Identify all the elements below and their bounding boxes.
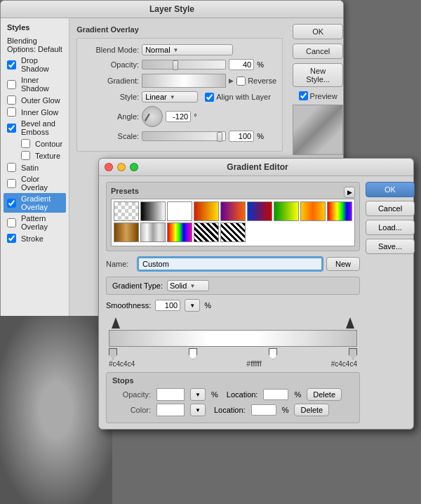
opacity-stop-dropdown[interactable]: ▼ [190, 388, 206, 401]
preset-yellow-orange[interactable] [300, 201, 326, 221]
bevel-emboss-checkbox[interactable] [7, 124, 16, 133]
color-stop-left[interactable] [109, 348, 117, 359]
gradient-type-dropdown[interactable]: Solid ▼ [167, 280, 209, 291]
sidebar-item-stroke[interactable]: Stroke [4, 232, 66, 244]
smoothness-unit: % [204, 301, 211, 310]
minimize-button[interactable] [117, 163, 126, 171]
gradient-bar[interactable] [109, 330, 357, 347]
close-button[interactable] [105, 163, 113, 171]
preset-stripes-bw[interactable] [220, 223, 246, 242]
color-stop-right[interactable] [349, 348, 357, 359]
cancel-button[interactable]: Cancel [293, 44, 343, 59]
align-label: Align with Layer [205, 93, 271, 102]
opacity-stop-row: Opacity: ▼ % Location: % Delete [112, 388, 354, 401]
inner-glow-checkbox[interactable] [7, 107, 16, 117]
ge-load-button[interactable]: Load... [366, 220, 415, 235]
ok-button[interactable]: OK [293, 24, 343, 39]
smoothness-input[interactable] [155, 300, 180, 311]
outer-glow-checkbox[interactable] [7, 95, 16, 105]
name-input[interactable] [138, 258, 322, 270]
color-delete-button[interactable]: Delete [294, 404, 329, 416]
color-overlay-checkbox[interactable] [7, 179, 16, 188]
stroke-checkbox[interactable] [7, 234, 16, 243]
align-checkbox[interactable] [205, 93, 214, 102]
gradient-overlay-checkbox[interactable] [7, 199, 16, 208]
new-gradient-button[interactable]: New [326, 257, 360, 271]
contour-checkbox[interactable] [21, 139, 30, 148]
ge-save-button[interactable]: Save... [366, 239, 415, 254]
sidebar-item-inner-shadow[interactable]: Inner Shadow [4, 74, 66, 94]
preset-violet-orange[interactable] [220, 201, 246, 221]
location-label2: Location: [214, 406, 246, 414]
sidebar-item-inner-glow[interactable]: Inner Glow [4, 106, 66, 118]
preset-bw[interactable] [140, 201, 166, 221]
preset-rainbow[interactable] [327, 201, 352, 221]
sidebar-item-satin[interactable]: Satin [4, 161, 66, 173]
preset-rainbow2[interactable] [167, 223, 192, 242]
sidebar-item-outer-glow[interactable]: Outer Glow [4, 94, 66, 106]
preset-chrome[interactable] [140, 223, 166, 242]
preset-white-transparent[interactable] [167, 201, 192, 221]
angle-input[interactable] [166, 111, 191, 122]
presets-expand-button[interactable]: ▶ [344, 187, 355, 198]
angle-deg: ° [194, 112, 196, 121]
opacity-slider[interactable] [142, 60, 226, 69]
sidebar-item-color-overlay[interactable]: Color Overlay [4, 173, 66, 193]
opacity-stop-right[interactable] [346, 317, 354, 329]
drop-shadow-checkbox[interactable] [7, 60, 16, 69]
sidebar-item-contour[interactable]: Contour [4, 138, 66, 150]
color-stop-center2[interactable] [269, 348, 277, 359]
inner-shadow-checkbox[interactable] [7, 80, 16, 89]
opacity-delete-button[interactable]: Delete [307, 388, 342, 401]
opacity-stop-box[interactable] [156, 388, 185, 401]
color-stops-row [109, 348, 357, 359]
maximize-button[interactable] [130, 163, 138, 171]
gradient-editor-panel: Gradient Editor Presets ▶ [98, 158, 414, 430]
opacity-location-input[interactable] [263, 389, 288, 400]
sidebar-item-gradient-overlay[interactable]: Gradient Overlay [4, 193, 66, 213]
scale-slider[interactable] [142, 131, 226, 141]
angle-dial[interactable] [142, 106, 163, 127]
smoothness-dropdown[interactable]: ▼ [185, 299, 200, 312]
preset-brown-tan[interactable] [114, 223, 139, 242]
reverse-checkbox[interactable] [236, 77, 246, 86]
opacity-input[interactable] [229, 59, 254, 70]
texture-checkbox[interactable] [21, 151, 30, 160]
blending-options-label: Blending Options: Default [7, 37, 62, 53]
color-stop-box[interactable] [156, 404, 185, 416]
color-stop-dropdown[interactable]: ▼ [190, 404, 206, 416]
opacity-stop-left[interactable] [112, 317, 120, 329]
preset-blue-red[interactable] [247, 201, 272, 221]
stop-label-right: #c4c4c4 [331, 360, 357, 368]
preview-checkbox[interactable] [299, 91, 308, 100]
blend-mode-label: Blend Mode: [83, 46, 139, 54]
sidebar-item-blending[interactable]: Blending Options: Default [4, 35, 66, 55]
sidebar-item-bevel-emboss[interactable]: Bevel and Emboss [4, 118, 66, 138]
preset-green-yellow[interactable] [274, 201, 299, 221]
gradient-type-row: Gradient Type: Solid ▼ [106, 277, 360, 295]
satin-checkbox[interactable] [7, 163, 16, 172]
scale-unit: % [257, 132, 264, 140]
preview-area: Preview [293, 91, 343, 158]
new-style-button[interactable]: New Style... [293, 63, 343, 87]
opacity-stop-label: Opacity: [112, 390, 151, 399]
opacity-thumb[interactable] [173, 60, 178, 70]
preset-red-yellow[interactable] [194, 201, 219, 221]
gradient-preview-bar[interactable] [142, 74, 226, 88]
blend-mode-dropdown[interactable]: Normal ▼ [142, 44, 233, 55]
ge-ok-button[interactable]: OK [366, 182, 415, 197]
sidebar-item-pattern-overlay[interactable]: Pattern Overlay [4, 213, 66, 232]
ge-cancel-button[interactable]: Cancel [366, 201, 415, 216]
preset-stripes-diag[interactable] [194, 223, 219, 242]
scale-thumb[interactable] [217, 132, 222, 142]
pattern-overlay-checkbox[interactable] [7, 218, 16, 227]
smoothness-row: Smoothness: ▼ % [106, 299, 360, 312]
scale-label: Scale: [83, 132, 139, 140]
preset-transparent[interactable] [114, 201, 139, 221]
color-location-input[interactable] [251, 404, 276, 416]
style-dropdown[interactable]: Linear ▼ [142, 91, 198, 102]
color-stop-center[interactable] [189, 348, 197, 359]
sidebar-item-drop-shadow[interactable]: Drop Shadow [4, 55, 66, 74]
sidebar-item-texture[interactable]: Texture [4, 150, 66, 161]
scale-input[interactable] [229, 131, 254, 142]
